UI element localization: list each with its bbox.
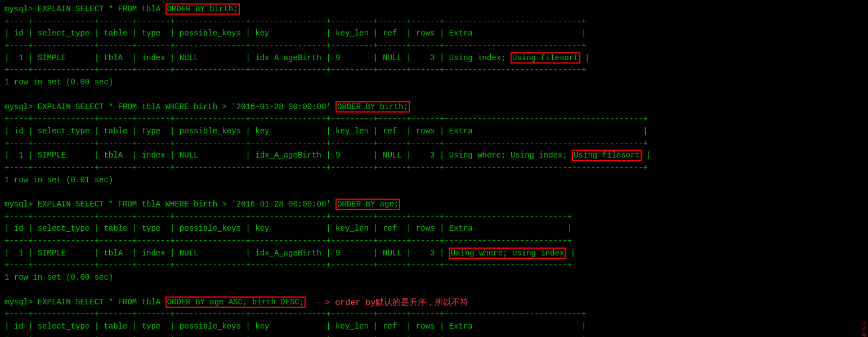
block2-border-bot: +----+-------------+-------+-------+----… [5, 162, 863, 174]
block2-rowcount: 1 row in set (0.01 sec) [5, 174, 863, 187]
block4-prompt-text: mysql> EXPLAIN SELECT * FROM tblA ORDER … [5, 296, 306, 309]
block1-border-top: +----+-------------+-------+-------+----… [5, 16, 863, 28]
block2-spacer [5, 186, 863, 199]
block3-rowcount: 1 row in set (0.00 sec) [5, 272, 863, 284]
block4-border-top: +----+-------------+-------+-------+----… [5, 308, 863, 321]
block1-highlight: ORDER BY birth; [165, 3, 240, 15]
block1-rowcount: 1 row in set (0.00 sec) [5, 77, 863, 89]
block4-highlight: ORDER BY age ASC, birth DESC; [165, 296, 306, 308]
block1-filesort: Using filesort [511, 52, 580, 64]
block1-prompt-text: mysql> EXPLAIN SELECT * FROM tblA ORDER … [5, 3, 240, 15]
block3-border-top: +----+-------------+-------+-------+----… [5, 211, 863, 223]
block2-filesort: Using filesort [572, 150, 642, 161]
block3-prompt-text: mysql> EXPLAIN SELECT * FROM tblA WHERE … [5, 199, 400, 210]
block3-usingindex: Using where; Using index [449, 248, 566, 259]
block1-sep: +----+-------------+-------+-------+----… [5, 40, 863, 52]
block4-header: | id | select_type | table | type | poss… [5, 321, 863, 333]
block2-header: | id | select_type | table | type | poss… [5, 125, 863, 138]
block2-highlight: ORDER BY birth; [335, 101, 410, 113]
block1-spacer [5, 89, 863, 101]
block1-header: | id | select_type | table | type | poss… [5, 28, 863, 40]
block1-prompt: mysql> EXPLAIN SELECT * FROM tblA ORDER … [5, 3, 863, 16]
annotation-text: order by默认的是升序，所以不符 [335, 298, 468, 308]
block2-prompt: mysql> EXPLAIN SELECT * FROM tblA WHERE … [5, 101, 863, 114]
block4-prompt: mysql> EXPLAIN SELECT * FROM tblA ORDER … [5, 296, 863, 309]
csdn-label: CSDN@大数据_小表 [860, 322, 868, 337]
arrow-icon: ――> [315, 298, 335, 308]
block4-sep: +----+-------------+-------+-------+----… [5, 333, 863, 337]
block3-sep: +----+-------------+-------+-------+----… [5, 235, 863, 248]
block1-border-bot: +----+-------------+-------+-------+----… [5, 64, 863, 77]
block3-border-bot: +----+-------------+-------+-------+----… [5, 259, 863, 272]
block3-spacer [5, 284, 863, 296]
block3-row: | 1 | SIMPLE | tblA | index | NULL | idx… [5, 248, 863, 260]
block2-row: | 1 | SIMPLE | tblA | index | NULL | idx… [5, 150, 863, 162]
block3-header: | id | select_type | table | type | poss… [5, 223, 863, 235]
block1-row: | 1 | SIMPLE | tblA | index | NULL | idx… [5, 52, 863, 65]
block2-prompt-text: mysql> EXPLAIN SELECT * FROM tblA WHERE … [5, 101, 410, 113]
block4-annotation: ――> order by默认的是升序，所以不符 [315, 297, 468, 308]
block2-sep: +----+-------------+-------+-------+----… [5, 138, 863, 150]
block3-prompt: mysql> EXPLAIN SELECT * FROM tblA WHERE … [5, 199, 863, 211]
terminal: mysql> EXPLAIN SELECT * FROM tblA ORDER … [0, 0, 868, 337]
block3-highlight: ORDER BY age; [335, 199, 400, 210]
block2-border-top: +----+-------------+-------+-------+----… [5, 113, 863, 125]
